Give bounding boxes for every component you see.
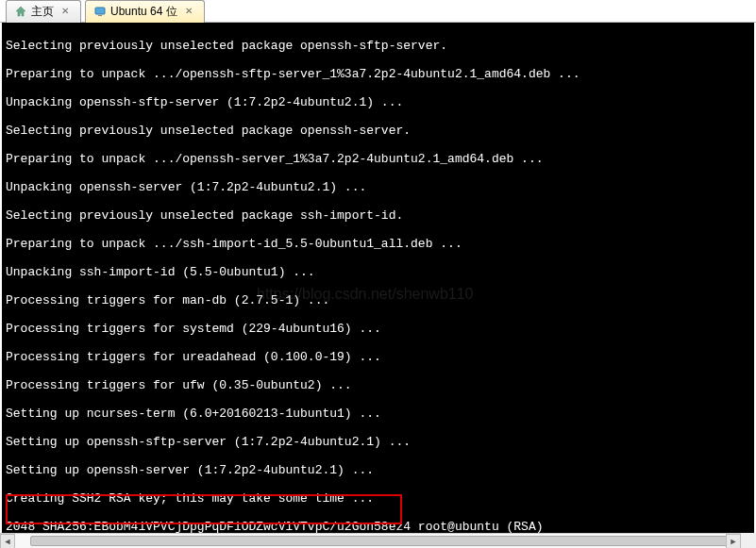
term-line: Unpacking ssh-import-id (5.5-0ubuntu1) .… — [6, 265, 750, 279]
term-line: Preparing to unpack .../openssh-server_1… — [6, 152, 750, 166]
home-icon — [14, 5, 27, 18]
term-line: Selecting previously unselected package … — [6, 39, 750, 53]
term-line: Unpacking openssh-sftp-server (1:7.2p2-4… — [6, 95, 750, 109]
tab-ubuntu-label: Ubuntu 64 位 — [110, 4, 177, 20]
term-line: Processing triggers for man-db (2.7.5-1)… — [6, 293, 750, 307]
svg-rect-0 — [95, 8, 105, 14]
tab-ubuntu[interactable]: Ubuntu 64 位 ✕ — [85, 0, 205, 23]
term-line: Unpacking openssh-server (1:7.2p2-4ubunt… — [6, 180, 750, 194]
tab-home-label: 主页 — [31, 4, 54, 20]
term-line: Selecting previously unselected package … — [6, 124, 750, 138]
scroll-left-button[interactable]: ◄ — [0, 534, 15, 548]
close-icon[interactable]: ✕ — [185, 6, 196, 17]
term-line: Processing triggers for systemd (229-4ub… — [6, 322, 750, 336]
scrollbar-corner — [741, 533, 756, 548]
scroll-right-button[interactable]: ► — [726, 534, 741, 548]
term-line: Setting up openssh-sftp-server (1:7.2p2-… — [6, 435, 750, 449]
term-line: 2048 SHA256:EBobM41VPVCjDpgPqDF1ODZwcVlV… — [6, 520, 750, 534]
term-line: Setting up openssh-server (1:7.2p2-4ubun… — [6, 463, 750, 477]
term-line: Preparing to unpack .../ssh-import-id_5.… — [6, 237, 750, 251]
term-line: Processing triggers for ufw (0.35-0ubunt… — [6, 378, 750, 392]
scroll-track[interactable] — [15, 534, 726, 548]
term-line: Setting up ncurses-term (6.0+20160213-1u… — [6, 407, 750, 421]
term-line: Creating SSH2 RSA key; this may take som… — [6, 491, 750, 506]
term-line: Processing triggers for ureadahead (0.10… — [6, 350, 750, 364]
tab-bar: 主页 ✕ Ubuntu 64 位 ✕ — [0, 0, 756, 23]
tab-home[interactable]: 主页 ✕ — [6, 0, 81, 23]
terminal-output[interactable]: Selecting previously unselected package … — [2, 23, 754, 544]
horizontal-scrollbar[interactable]: ◄ ► — [0, 533, 741, 548]
svg-rect-1 — [98, 15, 102, 16]
scroll-thumb[interactable] — [30, 536, 729, 546]
term-line: Preparing to unpack .../openssh-sftp-ser… — [6, 67, 750, 81]
close-icon[interactable]: ✕ — [61, 6, 73, 17]
term-line: Selecting previously unselected package … — [6, 208, 750, 223]
vm-icon — [93, 5, 107, 18]
